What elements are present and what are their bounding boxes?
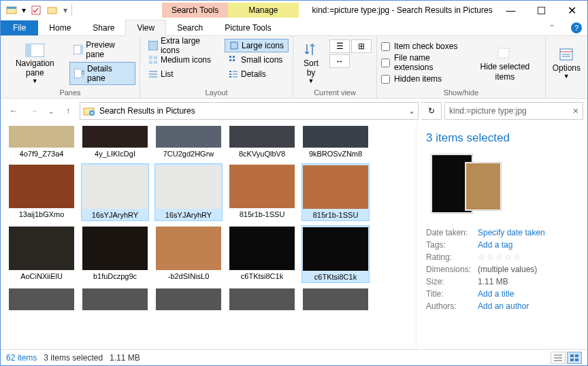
folder-icon <box>83 105 95 117</box>
file-item[interactable] <box>81 287 149 314</box>
detail-value[interactable]: Add a tag <box>478 240 512 250</box>
layout-medium-icons[interactable]: Medium icons <box>144 53 219 67</box>
file-thumb <box>229 126 295 148</box>
file-item[interactable] <box>154 287 223 314</box>
recent-locations-button[interactable]: ⌄ <box>46 102 56 120</box>
tab-file[interactable]: File <box>1 20 38 35</box>
layout-extra-large-icons[interactable]: Extra large icons <box>144 39 219 52</box>
file-item[interactable] <box>228 287 296 314</box>
view-details-button[interactable] <box>551 352 566 364</box>
file-thumb <box>156 288 221 310</box>
file-item[interactable]: -b2dSINisL0 <box>154 225 223 283</box>
tab-share[interactable]: Share <box>82 20 125 35</box>
tab-search[interactable]: Search <box>166 20 214 35</box>
sortby-button[interactable]: Sort by ▼ <box>297 39 325 88</box>
detail-value: 1.11 MB <box>478 277 508 286</box>
svg-rect-19 <box>229 56 231 58</box>
sizecolumns-button[interactable]: ↔ <box>329 54 350 68</box>
file-item[interactable]: 9kBROSvZNm8 <box>301 124 370 159</box>
qat-more-icon[interactable]: ▾ <box>61 3 70 18</box>
address-text: Search Results in Pictures <box>99 106 195 116</box>
groupby-button[interactable]: ☰ <box>329 39 350 53</box>
file-item[interactable]: 16sYJAryhRY <box>154 163 223 221</box>
qat-properties-icon[interactable] <box>28 3 44 18</box>
explorer-icon[interactable] <box>3 3 20 18</box>
navigation-pane-icon <box>24 42 46 59</box>
svg-rect-8 <box>80 45 84 54</box>
group-options: Options ▼ <box>546 36 587 98</box>
help-icon[interactable]: ? <box>564 23 582 33</box>
file-name: 13aij1bGXmo <box>19 210 65 218</box>
group-currentview-label: Current view <box>297 88 372 97</box>
file-list[interactable]: 4o7f9_Z73a44y_LIKIcDgI7CU2gd2HGrw8cKVyuQ… <box>1 123 416 349</box>
file-item[interactable] <box>301 287 370 314</box>
preview-pane-button[interactable]: Preview pane <box>69 39 135 61</box>
status-selection: 3 items selected <box>44 353 103 363</box>
qat-dropdown-icon[interactable]: ▾ <box>20 3 28 18</box>
group-layout: Extra large iconsLarge iconsMedium icons… <box>140 36 293 98</box>
file-name: 815r1b-1SSU <box>240 210 285 218</box>
minimize-button[interactable]: — <box>495 1 526 20</box>
file-item[interactable]: 16sYJAryhRY <box>81 163 149 221</box>
qat-newfolder-icon[interactable] <box>44 3 61 18</box>
tab-home[interactable]: Home <box>38 20 82 35</box>
file-item[interactable]: AoCiNXiiElU <box>7 225 76 283</box>
file-thumb <box>229 165 295 208</box>
view-icons-button[interactable] <box>567 352 582 364</box>
tab-picturetools[interactable]: Picture Tools <box>214 20 282 35</box>
forward-button[interactable]: → <box>25 102 43 120</box>
options-label: Options <box>553 63 581 73</box>
addcolumns-button[interactable]: ⊞ <box>351 39 372 53</box>
up-button[interactable]: ↑ <box>59 102 77 120</box>
clear-search-icon[interactable]: × <box>573 105 578 116</box>
search-box[interactable]: kind:=picture type:jpg × <box>444 102 583 120</box>
file-name: 9kBROSvZNm8 <box>309 150 362 158</box>
address-box[interactable]: Search Results in Pictures ⌄ <box>80 102 419 120</box>
layout-list[interactable]: List <box>144 67 219 81</box>
context-tab-manage[interactable]: Manage <box>228 3 298 18</box>
file-item[interactable]: 4o7f9_Z73a4 <box>7 124 76 159</box>
file-item[interactable]: 7CU2gd2HGrw <box>154 124 223 159</box>
layout-large-icons[interactable]: Large icons <box>225 39 289 52</box>
hide-selected-button[interactable]: Hide selected items <box>469 39 540 88</box>
navigation-pane-button[interactable]: Navigation pane ▼ <box>5 39 65 88</box>
maximize-button[interactable] <box>526 1 557 20</box>
svg-rect-43 <box>570 354 574 357</box>
close-button[interactable]: ✕ <box>557 1 587 20</box>
check-extensions[interactable]: File name extensions <box>381 53 465 72</box>
detail-value[interactable]: Add an author <box>478 301 529 311</box>
file-item[interactable]: 815r1b-1SSU <box>301 163 370 221</box>
check-hidden[interactable]: Hidden items <box>381 74 465 84</box>
collapse-ribbon-icon[interactable]: ⌃ <box>549 23 555 33</box>
layout-small-icons[interactable]: Small icons <box>225 53 289 67</box>
svg-rect-30 <box>229 76 231 78</box>
detail-value[interactable]: Add a title <box>478 289 514 299</box>
detail-value: (multiple values) <box>478 265 537 274</box>
layout-details[interactable]: Details <box>225 67 289 81</box>
context-tab-searchtools[interactable]: Search Tools <box>162 3 228 18</box>
file-thumb <box>229 288 295 310</box>
refresh-button[interactable]: ↻ <box>421 102 442 120</box>
group-panes: Navigation pane ▼ Preview pane Details p… <box>1 36 140 98</box>
file-item[interactable]: b1fuDczpg9c <box>81 225 149 283</box>
back-button[interactable]: ← <box>5 102 22 120</box>
options-button[interactable]: Options ▼ <box>550 39 583 88</box>
details-pane-button[interactable]: Details pane <box>69 62 135 85</box>
check-itemboxes[interactable]: Item check boxes <box>381 41 465 51</box>
file-item[interactable] <box>7 287 76 314</box>
file-item[interactable]: c6TKtsi8C1k <box>228 225 296 283</box>
tab-view[interactable]: View <box>125 20 166 36</box>
file-item[interactable]: 8cKVyuQlbV8 <box>228 124 296 159</box>
detail-value[interactable]: Specify date taken <box>478 228 545 237</box>
address-dropdown-icon[interactable]: ⌄ <box>408 106 415 116</box>
file-thumb <box>303 126 368 148</box>
detail-row: Date taken:Specify date taken <box>426 227 578 239</box>
file-item[interactable]: 13aij1bGXmo <box>7 163 76 221</box>
file-item[interactable]: c6TKtsi8C1k <box>301 225 370 283</box>
content-area: 4o7f9_Z73a44y_LIKIcDgI7CU2gd2HGrw8cKVyuQ… <box>1 123 587 349</box>
hide-icon <box>494 46 516 62</box>
file-thumb <box>82 126 148 148</box>
quick-access-toolbar: ▾ ▾ <box>1 3 74 18</box>
file-item[interactable]: 4y_LIKIcDgI <box>81 124 149 159</box>
file-item[interactable]: 815r1b-1SSU <box>228 163 296 221</box>
